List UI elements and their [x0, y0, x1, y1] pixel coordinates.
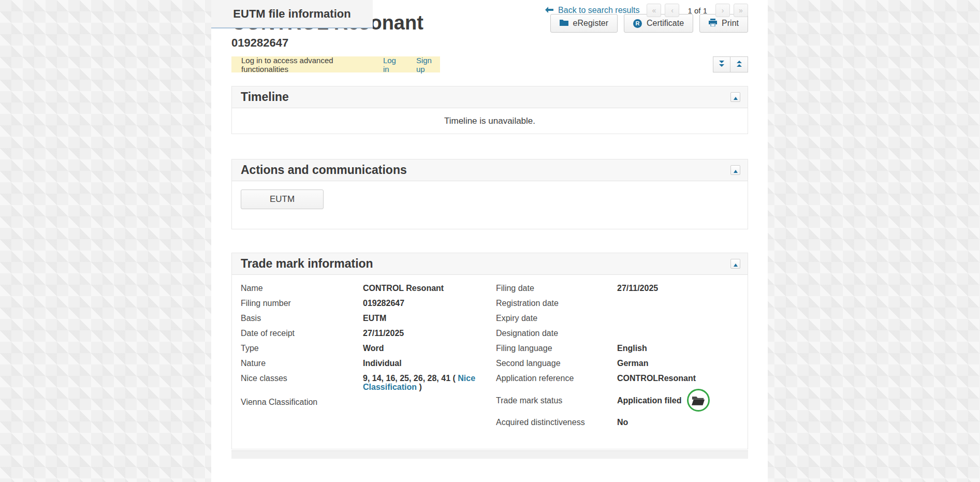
trademark-collapse-button[interactable]	[730, 259, 740, 269]
filing-number-heading: 019282647	[231, 36, 423, 50]
field-label: Second language	[496, 359, 617, 368]
field-label: Filing date	[496, 284, 617, 293]
field-label: Application reference	[496, 374, 617, 383]
trademark-section-title: Trade mark information	[241, 257, 373, 271]
field-row-second-language: Second language German	[496, 359, 739, 368]
actions-section: Actions and communications EUTM	[231, 159, 748, 229]
field-row-date-of-receipt: Date of receipt 27/11/2025	[241, 329, 496, 338]
field-value: German	[617, 359, 739, 368]
nice-classes-value: 9, 14, 16, 25, 26, 28, 41 ( Nice Classif…	[363, 374, 501, 391]
tab-eutm-file-information[interactable]: EUTM file information	[211, 0, 373, 28]
field-value	[617, 314, 739, 323]
signup-link[interactable]: Sign up	[416, 56, 440, 74]
nice-classes-numbers: 9, 14, 16, 25, 26, 28, 41 (	[363, 374, 458, 383]
status-text: Application filed	[617, 396, 681, 405]
pager-next-button[interactable]: ›	[715, 4, 730, 17]
eutm-tab-button[interactable]: EUTM	[241, 189, 324, 209]
field-value	[617, 299, 739, 308]
top-navigation: Back to search results « ‹ 1 of 1 › »	[545, 4, 748, 17]
field-row-filing-language: Filing language English	[496, 344, 739, 353]
field-label: Basis	[241, 314, 363, 323]
expand-all-button[interactable]	[713, 56, 730, 72]
field-row-designation-date: Designation date	[496, 329, 739, 338]
timeline-section-header: Timeline	[232, 86, 748, 108]
field-value: No	[617, 418, 739, 427]
folder-icon	[560, 19, 568, 28]
field-label: Acquired distinctiveness	[496, 418, 617, 427]
login-banner: Log in to access advanced functionalitie…	[231, 56, 440, 72]
trademark-fields: Name CONTROL Resonant Filing number 0192…	[232, 275, 748, 449]
pager-prev-button[interactable]: ‹	[665, 4, 679, 17]
field-row-type: Type Word	[241, 344, 496, 353]
expand-collapse-all-group	[713, 56, 748, 72]
application-filed-status-icon	[687, 389, 710, 412]
field-row-nice-classes: Nice classes 9, 14, 16, 25, 26, 28, 41 (…	[241, 374, 496, 391]
field-label: Registration date	[496, 299, 617, 308]
caret-up-icon	[734, 166, 738, 175]
field-value: 019282647	[363, 299, 496, 308]
field-row-trademark-status: Trade mark status Application filed	[496, 389, 739, 412]
field-value: English	[617, 344, 739, 353]
login-row: Log in to access advanced functionalitie…	[231, 56, 748, 72]
field-row-basis: Basis EUTM	[241, 314, 496, 323]
field-row-nature: Nature Individual	[241, 359, 496, 368]
timeline-collapse-button[interactable]	[730, 92, 740, 102]
field-value	[617, 329, 739, 338]
pager-position-label: 1 of 1	[688, 6, 707, 15]
double-chevron-down-icon	[719, 60, 725, 69]
field-label: Vienna Classification	[241, 398, 363, 406]
eutm-tab-label: EUTM	[270, 194, 295, 205]
certificate-button-label: Certificate	[647, 19, 684, 28]
caret-up-icon	[734, 259, 738, 269]
timeline-body: Timeline is unavailable.	[232, 108, 748, 134]
field-row-name: Name CONTROL Resonant	[241, 284, 496, 293]
caret-up-icon	[734, 93, 738, 102]
next-section-header-partial	[231, 450, 748, 459]
trademark-status-value: Application filed	[617, 389, 739, 412]
collapse-all-button[interactable]	[730, 56, 748, 72]
field-label: Nice classes	[241, 374, 363, 391]
back-to-search-results-link[interactable]: Back to search results	[545, 6, 639, 15]
field-label: Designation date	[496, 329, 617, 338]
field-label: Expiry date	[496, 314, 617, 323]
field-label: Name	[241, 284, 363, 293]
field-label: Type	[241, 344, 363, 353]
timeline-section: Timeline Timeline is unavailable.	[231, 86, 748, 134]
field-row-registration-date: Registration date	[496, 299, 739, 308]
field-value: CONTROLResonant	[617, 374, 739, 383]
actions-section-header: Actions and communications	[232, 159, 748, 181]
field-value: 27/11/2025	[363, 329, 496, 338]
field-value: CONTROL Resonant	[363, 284, 496, 293]
field-label: Date of receipt	[241, 329, 363, 338]
actions-body: EUTM	[232, 181, 748, 229]
field-row-filing-number: Filing number 019282647	[241, 299, 496, 308]
field-row-vienna-classification: Vienna Classification	[241, 398, 496, 406]
actions-collapse-button[interactable]	[730, 165, 740, 175]
pager-last-button[interactable]: »	[734, 4, 748, 17]
field-value: EUTM	[363, 314, 496, 323]
printer-icon	[709, 19, 717, 28]
field-label: Nature	[241, 359, 363, 368]
trademark-fields-left-column: Name CONTROL Resonant Filing number 0192…	[241, 284, 496, 449]
login-link[interactable]: Log in	[383, 56, 402, 74]
field-row-expiry-date: Expiry date	[496, 314, 739, 323]
tab-label: EUTM file information	[233, 7, 350, 21]
trademark-info-section: Trade mark information Name CONTROL Reso…	[231, 253, 748, 449]
back-link-label: Back to search results	[558, 6, 639, 15]
trademark-section-header: Trade mark information	[232, 253, 748, 275]
field-label: Filing language	[496, 344, 617, 353]
print-button-label: Print	[722, 19, 739, 28]
result-pager: « ‹ 1 of 1 › »	[647, 4, 748, 17]
timeline-unavailable-message: Timeline is unavailable.	[444, 116, 535, 126]
eregister-button-label: eRegister	[573, 19, 608, 28]
timeline-section-title: Timeline	[241, 90, 289, 104]
field-row-filing-date: Filing date 27/11/2025	[496, 284, 739, 293]
field-row-acquired-distinctiveness: Acquired distinctiveness No	[496, 418, 739, 427]
double-chevron-up-icon	[736, 60, 742, 69]
field-label: Trade mark status	[496, 396, 617, 405]
field-value	[363, 398, 496, 406]
actions-section-title: Actions and communications	[241, 163, 407, 177]
field-value: Word	[363, 344, 496, 353]
pager-first-button[interactable]: «	[647, 4, 661, 17]
login-banner-message: Log in to access advanced functionalitie…	[241, 56, 369, 74]
